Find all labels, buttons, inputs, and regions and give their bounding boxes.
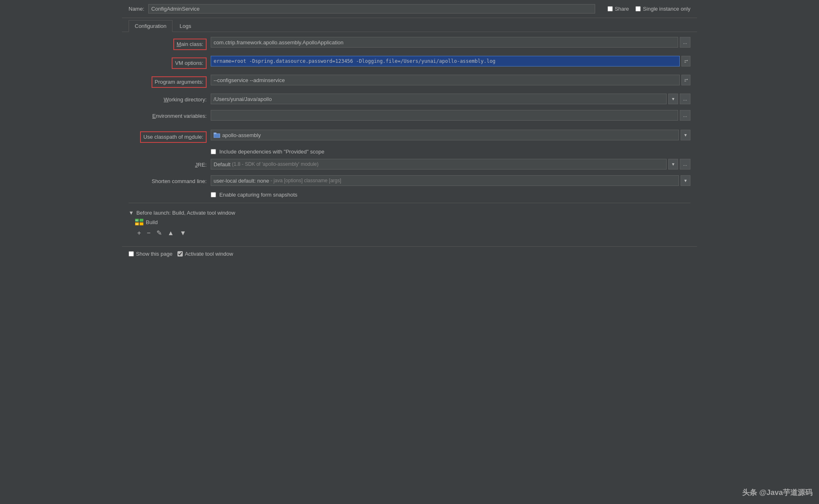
name-input[interactable]: [148, 4, 595, 14]
shorten-command-display: user-local default: none - java [options…: [211, 175, 679, 186]
tab-configuration[interactable]: Configuration: [129, 20, 173, 32]
use-classpath-label: Use classpath of module:: [129, 130, 211, 144]
shorten-command-value: user-local default: none: [214, 178, 269, 184]
include-dependencies-checkbox[interactable]: [211, 149, 216, 154]
tabs-row: Configuration Logs: [122, 18, 697, 32]
launch-remove-btn[interactable]: −: [145, 229, 152, 237]
module-folder-icon: [214, 132, 220, 138]
enable-capturing-label: Enable capturing form snapshots: [219, 192, 297, 198]
environment-variables-row: Environment variables: ...: [129, 110, 690, 122]
shorten-command-dropdown-btn[interactable]: ▾: [681, 175, 690, 186]
program-arguments-label: Program arguments:: [129, 75, 211, 89]
environment-variables-input[interactable]: [211, 110, 678, 121]
single-instance-checkbox[interactable]: [635, 6, 641, 11]
working-directory-row: Working directory: ▾ ...: [129, 94, 690, 106]
program-arguments-input[interactable]: [211, 75, 680, 85]
vm-options-row: VM options: ⥂: [129, 56, 690, 71]
jre-browse-btn[interactable]: ...: [680, 159, 690, 170]
working-directory-browse-btn[interactable]: ...: [680, 94, 690, 104]
watermark: 头条 @Java芋道源码: [742, 488, 812, 497]
before-launch-title: Before launch: Build, Activate tool wind…: [136, 210, 235, 216]
before-launch-header[interactable]: ▼ Before launch: Build, Activate tool wi…: [129, 206, 690, 218]
classpath-module-display: apollo-assembly: [211, 130, 679, 140]
vm-options-label: VM options:: [129, 56, 211, 71]
program-arguments-expand-btn[interactable]: ⥂: [681, 75, 690, 85]
main-class-browse-btn[interactable]: ...: [680, 37, 690, 48]
working-directory-input[interactable]: [211, 94, 667, 104]
use-classpath-row: Use classpath of module: apollo-assembly…: [129, 130, 690, 144]
launch-edit-btn[interactable]: ✎: [154, 229, 164, 237]
before-launch-build-item: 01 10 Build: [135, 218, 690, 227]
jre-hint: (1.8 - SDK of 'apollo-assembly' module): [232, 161, 319, 167]
svg-text:01: 01: [136, 219, 138, 222]
program-arguments-row: Program arguments: ⥂: [129, 75, 690, 89]
vm-options-expand-btn[interactable]: ⥂: [681, 56, 690, 66]
svg-rect-1: [214, 133, 216, 134]
name-label: Name:: [129, 6, 144, 12]
main-class-input[interactable]: [211, 37, 678, 48]
before-launch-list: 01 10 Build: [135, 218, 690, 227]
include-dependencies-label: Include dependencies with "Provided" sco…: [219, 149, 324, 155]
single-instance-label: Single instance only: [643, 6, 690, 12]
jre-label: JRE:: [129, 159, 211, 171]
svg-text:10: 10: [136, 223, 138, 225]
vm-options-input[interactable]: [211, 56, 680, 66]
before-launch-arrow: ▼: [129, 210, 134, 216]
working-directory-dropdown-btn[interactable]: ▾: [668, 94, 678, 104]
shorten-command-label: Shorten command line:: [129, 175, 211, 188]
environment-variables-label: Environment variables:: [129, 110, 211, 122]
jre-display: Default (1.8 - SDK of 'apollo-assembly' …: [211, 159, 667, 170]
classpath-dropdown-btn[interactable]: ▾: [681, 130, 690, 140]
activate-tool-label: Activate tool window: [185, 251, 233, 257]
include-dependencies-row: Include dependencies with "Provided" sco…: [211, 149, 690, 155]
launch-up-btn[interactable]: ▲: [166, 229, 176, 237]
main-class-label: Main class:: [129, 37, 211, 52]
jre-value: Default: [214, 161, 230, 167]
environment-variables-browse-btn[interactable]: ...: [680, 110, 690, 121]
enable-capturing-row: Enable capturing form snapshots: [211, 192, 690, 198]
jre-row: JRE: Default (1.8 - SDK of 'apollo-assem…: [129, 159, 690, 171]
working-directory-label: Working directory:: [129, 94, 211, 106]
classpath-module-text: apollo-assembly: [222, 132, 261, 138]
tab-logs[interactable]: Logs: [173, 20, 197, 32]
launch-toolbar: + − ✎ ▲ ▼: [135, 229, 690, 237]
show-page-label: Show this page: [136, 251, 173, 257]
share-checkbox[interactable]: [607, 6, 613, 11]
before-launch-build-label: Build: [146, 219, 158, 225]
svg-rect-2: [214, 134, 219, 137]
show-page-checkbox[interactable]: [129, 251, 134, 257]
launch-add-btn[interactable]: +: [135, 229, 143, 237]
svg-rect-6: [140, 222, 143, 225]
jre-dropdown-btn[interactable]: ▾: [668, 159, 678, 170]
enable-capturing-checkbox[interactable]: [211, 192, 216, 197]
main-class-row: Main class: ...: [129, 37, 690, 52]
shorten-command-hint: - java [options] classname [args]: [271, 178, 341, 183]
build-icon: 01 10: [135, 219, 143, 225]
bottom-row: Show this page Activate tool window: [122, 246, 697, 261]
shorten-command-row: Shorten command line: user-local default…: [129, 175, 690, 188]
share-label: Share: [615, 6, 629, 12]
svg-rect-4: [140, 219, 143, 222]
activate-tool-checkbox[interactable]: [177, 251, 183, 257]
launch-down-btn[interactable]: ▼: [178, 229, 189, 237]
